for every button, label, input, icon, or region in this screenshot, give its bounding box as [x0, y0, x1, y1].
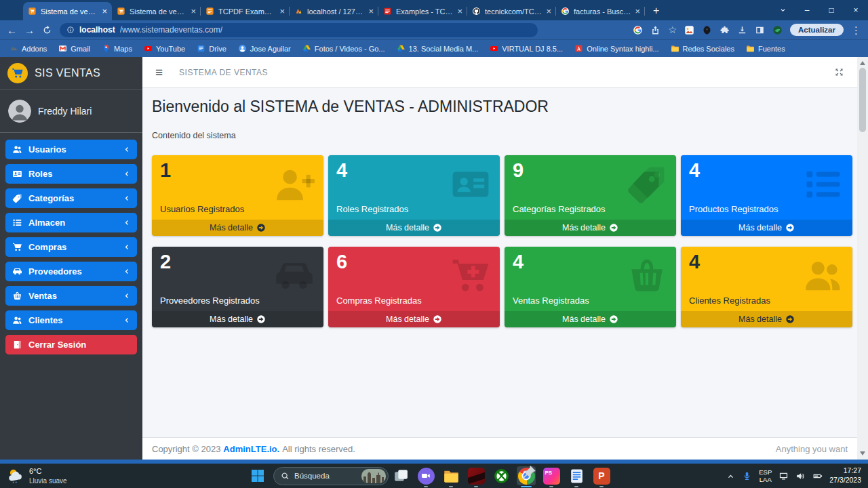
- green-extension-icon[interactable]: [772, 25, 783, 35]
- sidebar-item-categorias[interactable]: Categorías: [5, 188, 137, 208]
- site-info-icon[interactable]: [66, 26, 75, 34]
- card-usuarios: 1 Usuarios Registrados Más detalle: [152, 155, 323, 236]
- cast-screen-icon[interactable]: [778, 471, 789, 481]
- more-detail-link[interactable]: Más detalle: [505, 311, 676, 327]
- more-detail-link[interactable]: Más detalle: [681, 311, 852, 327]
- notes-app-icon[interactable]: [567, 466, 586, 485]
- sidebar-item-proveedores[interactable]: Proveedores: [5, 262, 137, 281]
- battery-icon[interactable]: [812, 471, 823, 481]
- google-account-icon[interactable]: [633, 25, 643, 35]
- xbox-icon[interactable]: [492, 466, 511, 485]
- close-icon[interactable]: ×: [635, 7, 640, 16]
- card-body: 2 Proveedores Registrados: [152, 247, 323, 311]
- language-indicator[interactable]: ESP LAA: [759, 468, 772, 484]
- new-tab-button[interactable]: +: [653, 5, 659, 17]
- brand[interactable]: SIS VENTAS: [0, 57, 142, 90]
- more-detail-link[interactable]: Más detalle: [328, 311, 500, 327]
- bookmark-social-media[interactable]: 13. Social Media M...: [397, 44, 479, 53]
- dark-extension-icon[interactable]: [702, 25, 712, 35]
- windows-start-button[interactable]: [250, 468, 266, 484]
- page-scrollbar[interactable]: [857, 57, 868, 460]
- downloads-icon[interactable]: [737, 25, 747, 35]
- photos-extension-icon[interactable]: [684, 25, 694, 35]
- back-button[interactable]: ←: [7, 25, 17, 35]
- address-bar[interactable]: localhost/www.sistemadeventas.com/: [60, 23, 538, 37]
- minimize-button[interactable]: –: [795, 0, 819, 20]
- bookmark-label: Redes Sociales: [683, 45, 734, 53]
- close-icon[interactable]: ×: [546, 7, 551, 16]
- tab-localhost[interactable]: localhost / 127.0.0.1 / ×: [290, 2, 378, 20]
- more-detail-link[interactable]: Más detalle: [328, 220, 500, 236]
- chrome-icon[interactable]: [517, 466, 536, 485]
- fullscreen-icon[interactable]: [834, 67, 844, 77]
- weather-widget[interactable]: 6°C Lluvia suave: [7, 464, 67, 488]
- sidebar-item-cerrar-sesion[interactable]: Cerrar Sesión: [5, 335, 137, 354]
- dashboard-cards: 1 Usuarios Registrados Más detalle 4 Ro: [152, 155, 852, 327]
- bookmark-online-syntax[interactable]: Online Syntax highli...: [574, 44, 658, 53]
- more-detail-link[interactable]: Más detalle: [681, 220, 852, 236]
- tray-chevron-up-icon[interactable]: [726, 472, 735, 481]
- user-panel[interactable]: Freddy Hilari: [0, 90, 142, 133]
- navbar-title[interactable]: SISTEMA DE VENTAS: [179, 68, 268, 77]
- task-view-button[interactable]: [391, 466, 410, 485]
- close-window-button[interactable]: ×: [844, 0, 868, 20]
- bookmark-drive[interactable]: Drive: [197, 44, 226, 53]
- sidebar-item-clientes[interactable]: Clientes: [5, 310, 137, 330]
- update-button[interactable]: Actualizar: [790, 24, 844, 36]
- bookmark-fuentes[interactable]: Fuentes: [746, 44, 785, 53]
- bookmark-star-icon[interactable]: ☆: [668, 25, 677, 35]
- forward-button[interactable]: →: [24, 25, 35, 35]
- reload-button[interactable]: [42, 25, 52, 35]
- phpstorm-icon[interactable]: [542, 466, 561, 485]
- sidebar-item-usuarios[interactable]: Usuarios: [5, 140, 137, 159]
- more-detail-link[interactable]: Más detalle: [152, 220, 323, 236]
- side-panel-icon[interactable]: [755, 25, 765, 35]
- taskbar-clock[interactable]: 17:27 27/3/2023: [829, 466, 861, 485]
- powerpoint-icon[interactable]: [592, 466, 611, 485]
- bookmark-addons[interactable]: Addons: [9, 44, 47, 53]
- search-daily-image[interactable]: [361, 469, 386, 483]
- arrow-circle-right-icon: [256, 314, 266, 324]
- bookmark-fotos-videos[interactable]: Fotos / Videos - Go...: [302, 44, 385, 53]
- close-icon[interactable]: ×: [457, 7, 462, 16]
- sidebar-item-almacen[interactable]: Almacen: [5, 213, 137, 232]
- maximize-button[interactable]: □: [819, 0, 844, 20]
- chevron-down-icon[interactable]: [770, 0, 795, 20]
- close-icon[interactable]: ×: [191, 7, 196, 16]
- tab-tcpdf-example[interactable]: TCPDF Example 001 ×: [201, 2, 290, 20]
- tab-facturas-search[interactable]: facturas - Buscar con ×: [556, 2, 645, 20]
- bookmark-virtual-dj[interactable]: VIRTUAL DJ 8.5...: [490, 44, 563, 53]
- browser-menu-icon[interactable]: ⋮: [851, 25, 861, 35]
- sidebar-item-roles[interactable]: Roles: [5, 164, 137, 184]
- more-detail-link[interactable]: Más detalle: [152, 311, 323, 327]
- close-icon[interactable]: ×: [102, 7, 107, 16]
- bookmark-gmail[interactable]: Gmail: [58, 44, 90, 53]
- tab-github-tcpdf[interactable]: tecnickcom/TCPDF: O ×: [467, 2, 556, 20]
- share-icon[interactable]: [650, 25, 660, 35]
- taskbar-search[interactable]: Búsqueda: [273, 467, 389, 485]
- extensions-puzzle-icon[interactable]: [719, 25, 730, 35]
- hamburger-icon[interactable]: ≡: [155, 66, 163, 79]
- close-icon[interactable]: ×: [368, 7, 374, 16]
- tab-sistema-de-ventas-1[interactable]: Sistema de ventas ×: [23, 2, 112, 20]
- sidebar-item-ventas[interactable]: Ventas: [5, 286, 137, 306]
- bookmark-maps[interactable]: Maps: [102, 44, 132, 53]
- more-detail-link[interactable]: Más detalle: [505, 220, 676, 236]
- speaker-icon[interactable]: [795, 471, 806, 481]
- bookmark-redes-sociales[interactable]: Redes Sociales: [671, 44, 734, 53]
- microphone-icon[interactable]: [742, 471, 752, 481]
- tab-sistema-de-ventas-2[interactable]: Sistema de ventas ×: [112, 2, 201, 20]
- tab-examples-tcpdf[interactable]: Examples - TCPDF ×: [378, 2, 467, 20]
- file-explorer-icon[interactable]: [441, 466, 460, 485]
- bookmark-jose-aguilar[interactable]: Jose Aguilar: [238, 44, 291, 53]
- more-detail-label: Más detalle: [386, 223, 429, 232]
- red-app-icon[interactable]: [467, 466, 486, 485]
- video-chat-app-icon[interactable]: [416, 466, 435, 485]
- adminlte-link[interactable]: AdminLTE.io.: [223, 444, 279, 454]
- close-icon[interactable]: ×: [279, 7, 285, 16]
- sidebar-item-compras[interactable]: Compras: [5, 237, 137, 257]
- scroll-up-arrow[interactable]: [860, 61, 865, 65]
- scroll-down-arrow[interactable]: [860, 451, 865, 455]
- bookmark-youtube[interactable]: YouTube: [144, 44, 185, 53]
- scrollbar-thumb[interactable]: [859, 68, 866, 132]
